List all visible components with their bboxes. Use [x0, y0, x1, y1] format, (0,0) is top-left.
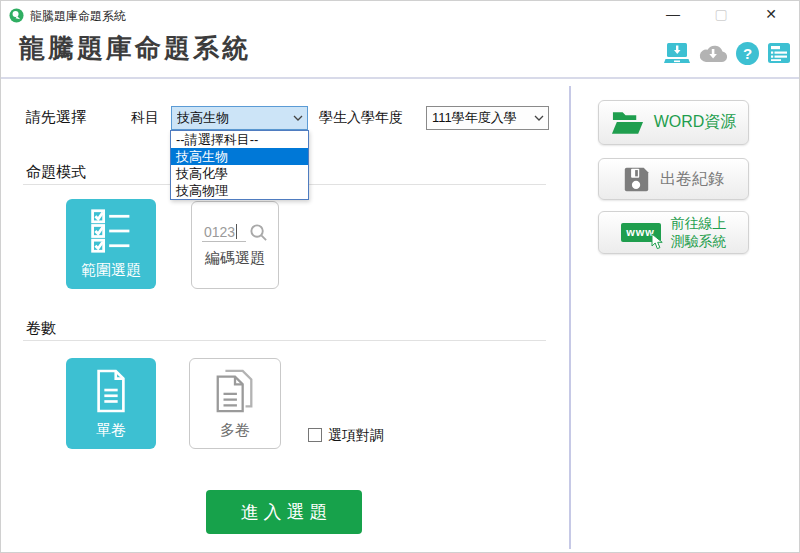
help-icon[interactable]: ? [736, 42, 759, 65]
www-icon: www [621, 223, 661, 242]
subject-select-value: 技高生物 [177, 109, 293, 127]
single-paper-label: 單卷 [96, 421, 126, 440]
year-select[interactable]: 111學年度入學 [426, 106, 549, 130]
online-test-label-line1: 前往線上 [671, 215, 727, 231]
code-select-label: 編碼選題 [205, 249, 265, 268]
search-icon [249, 223, 268, 242]
range-select-label: 範圍選題 [81, 261, 141, 280]
enter-selection-button[interactable]: 進入選題 [206, 490, 362, 534]
year-label: 學生入學年度 [319, 109, 403, 127]
online-test-label-line2: 測驗系統 [671, 233, 727, 249]
header-toolbar: ? [659, 40, 791, 66]
swap-options-checkbox[interactable] [308, 428, 322, 442]
bulletin-icon[interactable] [767, 42, 791, 64]
close-button[interactable]: ✕ [754, 1, 788, 27]
app-logo-icon [9, 8, 24, 23]
save-disk-icon [623, 166, 650, 193]
word-resource-label: WORD資源 [654, 112, 737, 133]
dropdown-option-highlighted[interactable]: 技高生物 [171, 148, 308, 165]
page-title: 龍騰題庫命題系統 [19, 31, 251, 66]
window-title: 龍騰題庫命題系統 [30, 8, 126, 25]
text-caret [236, 224, 237, 239]
dropdown-option[interactable]: 技高物理 [171, 182, 308, 199]
maximize-button[interactable]: ▢ [704, 1, 738, 27]
year-select-value: 111學年度入學 [432, 109, 534, 127]
cursor-arrow-icon [651, 234, 664, 250]
subject-label: 科目 [131, 109, 159, 127]
swap-options-label: 選項對調 [328, 427, 384, 445]
document-icon [91, 368, 131, 414]
checklist-icon [88, 208, 134, 254]
section-divider [23, 340, 546, 341]
header-divider [1, 77, 800, 79]
online-test-label: 前往線上 測驗系統 [671, 215, 727, 250]
papers-section-title: 卷數 [26, 319, 56, 338]
minimize-button[interactable]: — [656, 1, 690, 27]
code-select-button[interactable]: 0123 編碼選題 [191, 201, 279, 289]
mode-section-title: 命題模式 [26, 163, 86, 182]
cloud-download-icon[interactable] [698, 42, 728, 64]
chevron-down-icon [534, 115, 544, 121]
exam-record-label: 出卷紀錄 [660, 169, 724, 190]
online-test-button[interactable]: www 前往線上 測驗系統 [598, 211, 749, 254]
range-select-button[interactable]: 範圍選題 [66, 199, 156, 289]
multi-paper-label: 多卷 [220, 421, 250, 440]
chevron-down-icon [293, 115, 303, 121]
documents-stack-icon [212, 368, 258, 414]
dropdown-option[interactable]: 技高化學 [171, 165, 308, 182]
dropdown-option[interactable]: --請選擇科目-- [171, 131, 308, 148]
code-input-row: 0123 [202, 223, 268, 242]
word-resource-button[interactable]: WORD資源 [598, 100, 749, 145]
subject-select[interactable]: 技高生物 [171, 106, 308, 130]
exam-record-button[interactable]: 出卷紀錄 [598, 158, 749, 200]
vertical-divider [569, 86, 571, 549]
subject-dropdown-list: --請選擇科目-- 技高生物 技高化學 技高物理 [170, 130, 309, 200]
titlebar: 龍騰題庫命題系統 — ▢ ✕ [1, 1, 800, 29]
laptop-download-icon[interactable] [664, 42, 690, 65]
code-input[interactable]: 0123 [202, 224, 246, 242]
single-paper-button[interactable]: 單卷 [66, 358, 156, 449]
folder-open-icon [611, 110, 644, 136]
multi-paper-button[interactable]: 多卷 [189, 358, 281, 449]
code-input-value: 0123 [204, 224, 235, 240]
prompt-label: 請先選擇 [26, 108, 86, 127]
app-window: 龍騰題庫命題系統 — ▢ ✕ 龍騰題庫命題系統 ? [0, 0, 800, 553]
